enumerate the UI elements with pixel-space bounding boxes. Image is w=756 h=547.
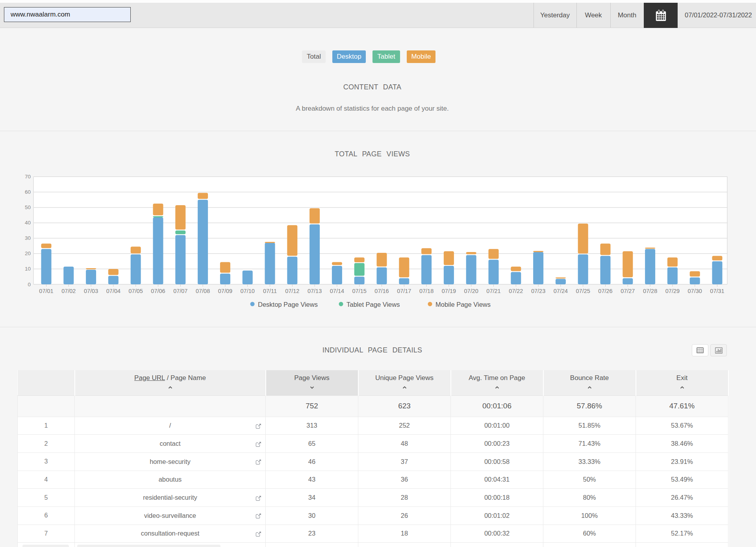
svg-text:50: 50 xyxy=(25,204,31,210)
svg-text:07/01: 07/01 xyxy=(39,288,53,294)
svg-text:07/11: 07/11 xyxy=(263,288,277,294)
svg-text:07/13: 07/13 xyxy=(308,288,322,294)
svg-text:07/20: 07/20 xyxy=(464,288,478,294)
svg-text:07/17: 07/17 xyxy=(397,288,411,294)
svg-text:20: 20 xyxy=(25,250,31,256)
svg-text:10: 10 xyxy=(25,266,31,272)
svg-text:07/23: 07/23 xyxy=(531,288,545,294)
svg-text:07/05: 07/05 xyxy=(129,288,143,294)
svg-text:30: 30 xyxy=(25,235,31,241)
svg-text:07/14: 07/14 xyxy=(330,288,344,294)
svg-text:07/03: 07/03 xyxy=(84,288,98,294)
svg-text:07/09: 07/09 xyxy=(218,288,232,294)
svg-text:07/19: 07/19 xyxy=(442,288,456,294)
svg-text:Mobile Page Views: Mobile Page Views xyxy=(435,301,491,308)
svg-text:07/25: 07/25 xyxy=(576,288,590,294)
svg-text:07/28: 07/28 xyxy=(643,288,657,294)
svg-text:07/06: 07/06 xyxy=(151,288,165,294)
svg-text:Desktop Page Views: Desktop Page Views xyxy=(258,301,318,308)
svg-text:Tablet Page Views: Tablet Page Views xyxy=(346,301,400,308)
svg-text:0: 0 xyxy=(28,282,31,287)
svg-text:07/12: 07/12 xyxy=(285,288,299,294)
svg-text:60: 60 xyxy=(25,189,31,195)
svg-text:07/18: 07/18 xyxy=(419,288,434,294)
svg-text:70: 70 xyxy=(25,174,31,180)
svg-text:07/10: 07/10 xyxy=(241,288,255,294)
svg-text:07/30: 07/30 xyxy=(688,288,702,294)
svg-text:40: 40 xyxy=(25,220,31,226)
svg-text:07/21: 07/21 xyxy=(486,288,500,294)
svg-text:07/24: 07/24 xyxy=(554,288,568,294)
svg-text:07/07: 07/07 xyxy=(173,288,187,294)
svg-text:07/02: 07/02 xyxy=(61,288,76,294)
svg-text:07/15: 07/15 xyxy=(352,288,367,294)
svg-text:07/04: 07/04 xyxy=(106,288,120,294)
svg-text:07/26: 07/26 xyxy=(598,288,612,294)
svg-text:07/27: 07/27 xyxy=(621,288,635,294)
svg-text:07/29: 07/29 xyxy=(665,288,680,294)
svg-text:07/16: 07/16 xyxy=(374,288,389,294)
svg-text:07/08: 07/08 xyxy=(196,288,210,294)
svg-text:07/31: 07/31 xyxy=(710,288,724,294)
svg-text:07/22: 07/22 xyxy=(509,288,523,294)
